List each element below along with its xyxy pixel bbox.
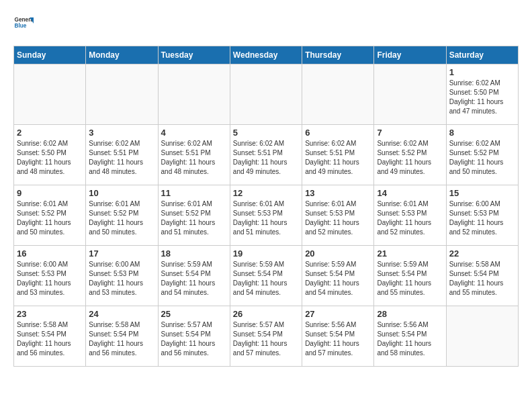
day-info: Sunrise: 6:00 AM Sunset: 5:53 PM Dayligh… bbox=[17, 260, 83, 298]
weekday-header-wednesday: Wednesday bbox=[230, 46, 302, 64]
day-info: Sunrise: 6:02 AM Sunset: 5:52 PM Dayligh… bbox=[449, 139, 515, 177]
day-number: 3 bbox=[89, 128, 154, 138]
calendar-cell bbox=[86, 64, 158, 125]
calendar-cell: 26Sunrise: 5:57 AM Sunset: 5:54 PM Dayli… bbox=[230, 306, 302, 367]
day-info: Sunrise: 6:02 AM Sunset: 5:51 PM Dayligh… bbox=[233, 139, 299, 177]
calendar-cell: 6Sunrise: 6:02 AM Sunset: 5:51 PM Daylig… bbox=[302, 125, 374, 185]
day-info: Sunrise: 5:58 AM Sunset: 5:54 PM Dayligh… bbox=[17, 320, 83, 358]
calendar-cell: 20Sunrise: 5:59 AM Sunset: 5:54 PM Dayli… bbox=[302, 246, 374, 306]
day-number: 13 bbox=[305, 188, 371, 198]
calendar-cell: 25Sunrise: 5:57 AM Sunset: 5:54 PM Dayli… bbox=[158, 306, 230, 367]
calendar-table: SundayMondayTuesdayWednesdayThursdayFrid… bbox=[13, 46, 519, 367]
calendar-cell: 17Sunrise: 6:00 AM Sunset: 5:53 PM Dayli… bbox=[86, 246, 158, 306]
day-number: 22 bbox=[449, 248, 515, 259]
day-info: Sunrise: 5:57 AM Sunset: 5:54 PM Dayligh… bbox=[161, 320, 227, 358]
calendar-cell bbox=[158, 64, 230, 125]
day-info: Sunrise: 6:02 AM Sunset: 5:50 PM Dayligh… bbox=[17, 139, 83, 177]
day-info: Sunrise: 6:01 AM Sunset: 5:52 PM Dayligh… bbox=[17, 199, 83, 237]
calendar-cell: 10Sunrise: 6:01 AM Sunset: 5:52 PM Dayli… bbox=[86, 185, 158, 246]
calendar-cell: 12Sunrise: 6:01 AM Sunset: 5:53 PM Dayli… bbox=[230, 185, 302, 246]
calendar-cell bbox=[302, 64, 374, 125]
calendar-cell: 28Sunrise: 5:56 AM Sunset: 5:54 PM Dayli… bbox=[374, 306, 446, 367]
calendar-cell: 16Sunrise: 6:00 AM Sunset: 5:53 PM Dayli… bbox=[14, 246, 86, 306]
day-info: Sunrise: 6:01 AM Sunset: 5:52 PM Dayligh… bbox=[161, 199, 227, 237]
weekday-header-thursday: Thursday bbox=[302, 46, 374, 64]
day-number: 20 bbox=[305, 248, 371, 259]
day-info: Sunrise: 5:56 AM Sunset: 5:54 PM Dayligh… bbox=[305, 320, 371, 358]
calendar-cell: 11Sunrise: 6:01 AM Sunset: 5:52 PM Dayli… bbox=[158, 185, 230, 246]
calendar-cell: 5Sunrise: 6:02 AM Sunset: 5:51 PM Daylig… bbox=[230, 125, 302, 185]
calendar-cell: 7Sunrise: 6:02 AM Sunset: 5:52 PM Daylig… bbox=[374, 125, 446, 185]
day-number: 26 bbox=[233, 309, 299, 319]
calendar-cell: 24Sunrise: 5:58 AM Sunset: 5:54 PM Dayli… bbox=[86, 306, 158, 367]
day-info: Sunrise: 5:57 AM Sunset: 5:54 PM Dayligh… bbox=[233, 320, 299, 358]
logo: General Blue bbox=[13, 13, 37, 34]
day-info: Sunrise: 5:59 AM Sunset: 5:54 PM Dayligh… bbox=[161, 260, 227, 298]
day-number: 25 bbox=[161, 309, 227, 319]
day-number: 2 bbox=[17, 128, 83, 138]
calendar-cell: 2Sunrise: 6:02 AM Sunset: 5:50 PM Daylig… bbox=[14, 125, 86, 185]
day-info: Sunrise: 6:02 AM Sunset: 5:52 PM Dayligh… bbox=[377, 139, 443, 177]
day-number: 28 bbox=[377, 309, 443, 319]
day-number: 17 bbox=[89, 248, 154, 259]
day-number: 8 bbox=[449, 128, 515, 138]
calendar-cell: 21Sunrise: 5:59 AM Sunset: 5:54 PM Dayli… bbox=[374, 246, 446, 306]
day-number: 18 bbox=[161, 248, 227, 259]
day-info: Sunrise: 5:56 AM Sunset: 5:54 PM Dayligh… bbox=[377, 320, 443, 358]
logo-icon: General Blue bbox=[13, 13, 34, 34]
calendar-cell bbox=[374, 64, 446, 125]
day-info: Sunrise: 5:59 AM Sunset: 5:54 PM Dayligh… bbox=[233, 260, 299, 298]
day-info: Sunrise: 6:01 AM Sunset: 5:52 PM Dayligh… bbox=[89, 199, 154, 237]
svg-text:Blue: Blue bbox=[15, 23, 27, 29]
day-number: 4 bbox=[161, 128, 227, 138]
day-info: Sunrise: 6:02 AM Sunset: 5:51 PM Dayligh… bbox=[89, 139, 154, 177]
day-number: 7 bbox=[377, 128, 443, 138]
day-info: Sunrise: 6:01 AM Sunset: 5:53 PM Dayligh… bbox=[233, 199, 299, 237]
day-info: Sunrise: 6:00 AM Sunset: 5:53 PM Dayligh… bbox=[89, 260, 154, 298]
calendar-cell: 18Sunrise: 5:59 AM Sunset: 5:54 PM Dayli… bbox=[158, 246, 230, 306]
day-info: Sunrise: 5:58 AM Sunset: 5:54 PM Dayligh… bbox=[89, 320, 154, 358]
calendar-cell bbox=[446, 306, 518, 367]
day-number: 16 bbox=[17, 248, 83, 259]
calendar-cell bbox=[230, 64, 302, 125]
day-info: Sunrise: 5:59 AM Sunset: 5:54 PM Dayligh… bbox=[305, 260, 371, 298]
day-info: Sunrise: 6:02 AM Sunset: 5:51 PM Dayligh… bbox=[305, 139, 371, 177]
day-number: 19 bbox=[233, 248, 299, 259]
day-info: Sunrise: 6:02 AM Sunset: 5:50 PM Dayligh… bbox=[449, 79, 515, 116]
calendar-cell: 14Sunrise: 6:01 AM Sunset: 5:53 PM Dayli… bbox=[374, 185, 446, 246]
calendar-cell: 19Sunrise: 5:59 AM Sunset: 5:54 PM Dayli… bbox=[230, 246, 302, 306]
weekday-header-tuesday: Tuesday bbox=[158, 46, 230, 64]
calendar-cell bbox=[14, 64, 86, 125]
calendar-cell: 1Sunrise: 6:02 AM Sunset: 5:50 PM Daylig… bbox=[446, 64, 518, 125]
weekday-header-sunday: Sunday bbox=[14, 46, 86, 64]
day-number: 12 bbox=[233, 188, 299, 198]
calendar-cell: 22Sunrise: 5:58 AM Sunset: 5:54 PM Dayli… bbox=[446, 246, 518, 306]
day-number: 27 bbox=[305, 309, 371, 319]
calendar-cell: 27Sunrise: 5:56 AM Sunset: 5:54 PM Dayli… bbox=[302, 306, 374, 367]
day-number: 11 bbox=[161, 188, 227, 198]
day-number: 1 bbox=[449, 67, 515, 77]
day-number: 15 bbox=[449, 188, 515, 198]
weekday-header-friday: Friday bbox=[374, 46, 446, 64]
day-info: Sunrise: 6:00 AM Sunset: 5:53 PM Dayligh… bbox=[449, 199, 515, 237]
calendar-cell: 4Sunrise: 6:02 AM Sunset: 5:51 PM Daylig… bbox=[158, 125, 230, 185]
day-info: Sunrise: 5:59 AM Sunset: 5:54 PM Dayligh… bbox=[377, 260, 443, 298]
day-number: 5 bbox=[233, 128, 299, 138]
day-number: 6 bbox=[305, 128, 371, 138]
day-info: Sunrise: 6:01 AM Sunset: 5:53 PM Dayligh… bbox=[377, 199, 443, 237]
calendar-cell: 13Sunrise: 6:01 AM Sunset: 5:53 PM Dayli… bbox=[302, 185, 374, 246]
day-number: 10 bbox=[89, 188, 154, 198]
day-number: 14 bbox=[377, 188, 443, 198]
calendar-cell: 23Sunrise: 5:58 AM Sunset: 5:54 PM Dayli… bbox=[14, 306, 86, 367]
day-number: 9 bbox=[17, 188, 83, 198]
day-number: 23 bbox=[17, 309, 83, 319]
calendar-cell: 15Sunrise: 6:00 AM Sunset: 5:53 PM Dayli… bbox=[446, 185, 518, 246]
day-info: Sunrise: 6:01 AM Sunset: 5:53 PM Dayligh… bbox=[305, 199, 371, 237]
day-info: Sunrise: 6:02 AM Sunset: 5:51 PM Dayligh… bbox=[161, 139, 227, 177]
day-number: 21 bbox=[377, 248, 443, 259]
day-info: Sunrise: 5:58 AM Sunset: 5:54 PM Dayligh… bbox=[449, 260, 515, 298]
calendar-cell: 3Sunrise: 6:02 AM Sunset: 5:51 PM Daylig… bbox=[86, 125, 158, 185]
calendar-cell: 9Sunrise: 6:01 AM Sunset: 5:52 PM Daylig… bbox=[14, 185, 86, 246]
weekday-header-saturday: Saturday bbox=[446, 46, 518, 64]
day-number: 24 bbox=[89, 309, 154, 319]
